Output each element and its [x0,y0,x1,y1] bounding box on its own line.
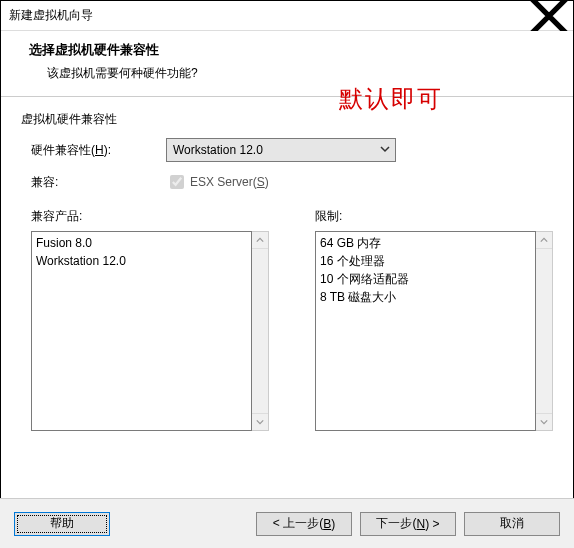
list-item: Fusion 8.0 [36,234,247,252]
wizard-footer: 帮助 < 上一步(B) 下一步(N) > 取消 [0,498,574,548]
compat-label: 硬件兼容性(H): [21,142,166,159]
compat-with-row: 兼容: ESX Server(S) [21,172,553,192]
next-button[interactable]: 下一步(N) > [360,512,456,536]
products-column: 兼容产品: Fusion 8.0 Workstation 12.0 [31,208,269,431]
wizard-header: 选择虚拟机硬件兼容性 该虚拟机需要何种硬件功能? 默认即可 [1,31,573,97]
window-title: 新建虚拟机向导 [9,7,527,24]
limits-scrollbar[interactable] [536,231,553,431]
limits-label: 限制: [315,208,553,225]
wizard-subheading: 该虚拟机需要何种硬件功能? [29,65,553,82]
list-item: 8 TB 磁盘大小 [320,288,531,306]
scroll-down-icon[interactable] [536,413,552,430]
scroll-up-icon[interactable] [536,232,552,249]
help-button[interactable]: 帮助 [14,512,110,536]
limits-listbox[interactable]: 64 GB 内存 16 个处理器 10 个网络适配器 8 TB 磁盘大小 [315,231,536,431]
scroll-down-icon[interactable] [252,413,268,430]
list-item: 16 个处理器 [320,252,531,270]
products-listbox[interactable]: Fusion 8.0 Workstation 12.0 [31,231,252,431]
products-label: 兼容产品: [31,208,269,225]
list-item: 10 个网络适配器 [320,270,531,288]
list-item: 64 GB 内存 [320,234,531,252]
wizard-body: 虚拟机硬件兼容性 硬件兼容性(H): Workstation 12.0 兼容: … [1,97,573,441]
esx-checkbox[interactable] [170,175,184,189]
compat-select[interactable]: Workstation 12.0 [166,138,396,162]
products-scrollbar[interactable] [252,231,269,431]
titlebar: 新建虚拟机向导 [1,1,573,31]
annotation-text: 默认即可 [339,83,443,115]
esx-label: ESX Server(S) [190,175,269,189]
compat-with-label: 兼容: [21,174,166,191]
compat-select-value: Workstation 12.0 [166,138,396,162]
lists-area: 兼容产品: Fusion 8.0 Workstation 12.0 限制: 64… [21,202,553,431]
back-button[interactable]: < 上一步(B) [256,512,352,536]
compat-row: 硬件兼容性(H): Workstation 12.0 [21,138,553,162]
limits-column: 限制: 64 GB 内存 16 个处理器 10 个网络适配器 8 TB 磁盘大小 [315,208,553,431]
wizard-heading: 选择虚拟机硬件兼容性 [29,41,553,59]
scroll-track[interactable] [536,249,552,413]
section-label: 虚拟机硬件兼容性 [21,111,553,128]
close-button[interactable] [527,2,571,30]
cancel-button[interactable]: 取消 [464,512,560,536]
scroll-track[interactable] [252,249,268,413]
scroll-up-icon[interactable] [252,232,268,249]
list-item: Workstation 12.0 [36,252,247,270]
